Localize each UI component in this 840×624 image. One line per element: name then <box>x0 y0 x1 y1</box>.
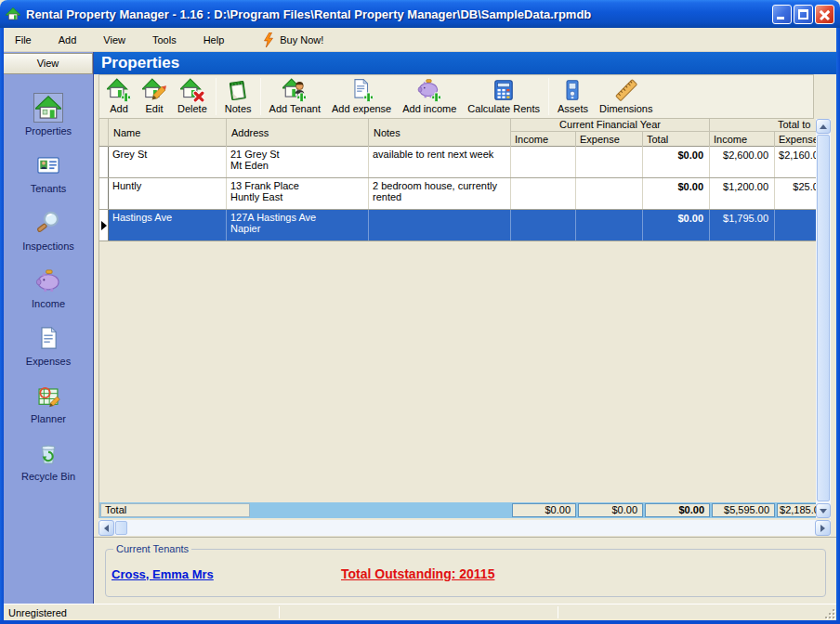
sub-header-total[interactable]: Total <box>643 131 710 147</box>
add-income-button[interactable]: Add income <box>397 76 462 117</box>
minimize-button[interactable] <box>772 5 792 24</box>
scroll-right-button[interactable] <box>815 520 831 536</box>
cell-total-income: $1,200.00 <box>710 178 775 209</box>
menu-file[interactable]: File <box>4 31 43 49</box>
toolbar-label: Notes <box>225 103 252 114</box>
sidebar-item-recycle-bin[interactable]: Recycle Bin <box>4 438 93 494</box>
app-window: Rental Property Manager - 1.16 : D:\Prog… <box>0 0 840 624</box>
house-person-add-icon <box>282 78 307 102</box>
house-delete-icon <box>180 78 204 102</box>
total-outstanding-label: Total Outstanding: 20115 <box>341 566 494 581</box>
assets-button[interactable]: Assets <box>552 76 594 117</box>
status-divider <box>558 606 558 618</box>
resize-grip[interactable] <box>823 607 835 619</box>
sidebar-item-properties[interactable]: Properties <box>4 93 93 149</box>
title-bar[interactable]: Rental Property Manager - 1.16 : D:\Prog… <box>0 0 840 28</box>
header-indicator <box>99 119 109 147</box>
window-border-left <box>0 26 4 624</box>
add-expense-button[interactable]: Add expense <box>326 76 397 117</box>
page-title: Properties <box>94 52 837 74</box>
column-header-notes[interactable]: Notes <box>369 119 511 147</box>
vertical-scrollbar[interactable] <box>816 119 831 518</box>
cell-expense <box>576 147 643 177</box>
minimize-icon <box>777 17 784 20</box>
maximize-button[interactable] <box>794 5 813 24</box>
sub-header-total-income[interactable]: Income <box>710 131 775 147</box>
cell-income <box>511 210 576 240</box>
toolbar-label: Delete <box>177 103 207 114</box>
chevron-up-icon <box>820 124 827 129</box>
toolbar-label: Assets <box>558 103 588 114</box>
table-row-selected[interactable]: Hastings Ave 127A Hastings Ave Napier $0… <box>99 210 816 241</box>
scroll-down-button[interactable] <box>816 503 831 518</box>
sidebar-item-inspections[interactable]: Inspections <box>4 208 93 264</box>
dimensions-button[interactable]: Dimensions <box>594 76 658 117</box>
chevron-down-icon <box>820 509 827 514</box>
sidebar-item-label: Inspections <box>22 240 74 252</box>
sidebar-item-label: Planner <box>31 413 66 424</box>
total-label: Total <box>100 503 250 517</box>
window-border-right <box>836 26 840 624</box>
notepad-icon <box>226 78 250 102</box>
close-button[interactable] <box>815 5 834 24</box>
sidebar-item-expenses[interactable]: Expenses <box>4 323 93 379</box>
add-button[interactable]: Add <box>101 76 137 117</box>
sidebar-item-income[interactable]: Income <box>4 266 93 321</box>
cell-expense <box>576 210 643 240</box>
current-tenants-panel: Current Tenants Cross, Emma Mrs Total Ou… <box>94 537 837 604</box>
total-income: $0.00 <box>512 503 576 517</box>
cell-total-expense <box>775 210 816 240</box>
grid-viewport: Name Address Notes Current Financial Yea… <box>98 119 816 518</box>
buy-now-button[interactable]: Buy Now! <box>256 30 329 50</box>
status-divider <box>279 606 280 618</box>
sidebar-item-label: Properties <box>25 125 72 136</box>
tenant-link[interactable]: Cross, Emma Mrs <box>112 567 214 581</box>
table-row[interactable]: Grey St 21 Grey St Mt Eden available to … <box>99 147 816 178</box>
scroll-left-button[interactable] <box>98 520 114 536</box>
menu-tools[interactable]: Tools <box>141 31 188 49</box>
calculate-rents-button[interactable]: Calculate Rents <box>462 76 545 117</box>
planner-icon <box>33 381 63 410</box>
magnifier-icon <box>33 208 63 238</box>
vertical-scroll-thumb[interactable] <box>817 135 830 501</box>
current-tenants-groupbox: Current Tenants Cross, Emma Mrs Total Ou… <box>105 543 826 597</box>
cell-notes: 2 bedroom house, currently rented <box>373 180 497 202</box>
status-text: Unregistered <box>8 607 67 618</box>
edit-button[interactable]: Edit <box>137 76 172 117</box>
menu-add[interactable]: Add <box>47 31 88 49</box>
current-tenants-title: Current Tenants <box>113 543 191 554</box>
horizontal-scroll-thumb[interactable] <box>115 521 127 535</box>
house-add-icon <box>107 78 131 102</box>
total-total-expense: $2,185.00 <box>777 503 816 517</box>
toolbar-separator <box>216 78 217 115</box>
delete-button[interactable]: Delete <box>172 76 213 117</box>
sub-header-income[interactable]: Income <box>511 131 576 147</box>
menu-view[interactable]: View <box>92 31 137 49</box>
sidebar-view-header[interactable]: View <box>4 53 93 74</box>
sidebar-item-planner[interactable]: Planner <box>4 381 93 436</box>
close-icon <box>816 6 833 23</box>
total-total-income: $5,595.00 <box>712 503 775 517</box>
status-bar: Unregistered <box>4 604 836 620</box>
scroll-up-button[interactable] <box>816 119 831 134</box>
piggy-bank-icon <box>33 266 63 295</box>
toolbar: Add Edit <box>98 74 814 119</box>
sidebar-item-tenants[interactable]: Tenants <box>4 150 93 206</box>
sub-header-expense[interactable]: Expense <box>576 131 643 147</box>
table-row[interactable]: Huntly 13 Frank Place Huntly East 2 bedr… <box>99 178 816 210</box>
toolbar-label: Add income <box>402 103 456 114</box>
menu-help[interactable]: Help <box>192 31 236 49</box>
sidebar-item-label: Income <box>32 298 65 309</box>
lightning-icon <box>262 32 275 47</box>
notes-button[interactable]: Notes <box>219 76 257 117</box>
add-tenant-button[interactable]: Add Tenant <box>264 76 326 117</box>
chevron-left-icon <box>104 525 109 532</box>
column-header-address[interactable]: Address <box>227 119 369 147</box>
app-logo-icon <box>6 6 20 21</box>
sub-header-total-expense[interactable]: Expense <box>775 131 816 147</box>
horizontal-scrollbar[interactable] <box>98 520 831 536</box>
piggy-add-icon <box>417 78 441 102</box>
column-header-name[interactable]: Name <box>109 119 227 147</box>
assets-icon <box>560 78 584 102</box>
maximize-icon <box>798 9 808 20</box>
